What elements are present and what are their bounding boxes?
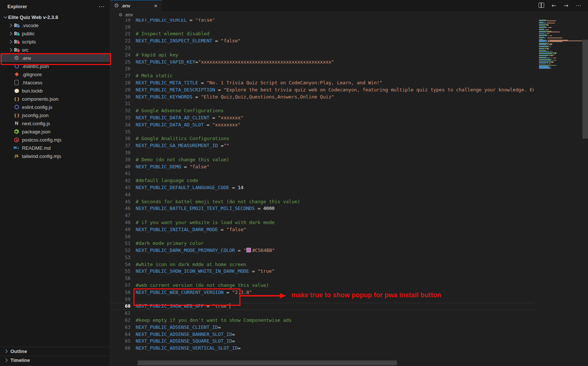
tree-item--gitignore[interactable]: .gitignore (0, 70, 110, 78)
line-number-23[interactable]: 23 (110, 45, 130, 52)
tree-item-src[interactable]: src (0, 46, 110, 54)
tree-item-components-json[interactable]: components.json (0, 95, 110, 103)
code-line-38[interactable] (130, 149, 136, 156)
code-line-45[interactable]: # Seconds for battel emoji text (do not … (130, 198, 300, 205)
line-number-29[interactable]: 29 (110, 87, 130, 94)
code-line-35[interactable] (130, 129, 136, 136)
line-number-45[interactable]: 45 (110, 198, 130, 205)
line-number-30[interactable]: 30 (110, 94, 130, 101)
code-line-41[interactable] (130, 170, 136, 177)
line-number-24[interactable]: 24 (110, 52, 130, 59)
breadcrumb[interactable]: ⚙ .env (110, 11, 588, 19)
line-number-57[interactable]: 57 (110, 282, 130, 289)
tab-close-icon[interactable]: ✕ (153, 3, 159, 9)
code-line-20[interactable] (130, 24, 136, 31)
code-line-30[interactable]: NEXT_PUBLIC_KEYWORDS = "Elite Quiz,Quiz,… (130, 94, 334, 101)
code-line-22[interactable]: NEXT_PUBLIC_INSPECT_ELEMENT = "false" (130, 38, 240, 45)
line-number-33[interactable]: 33 (110, 114, 130, 122)
line-number-64[interactable]: 64 (110, 331, 130, 338)
code-line-43[interactable]: NEXT_PUBLIC_DEFAULT_LANGUAGE_CODE = 14 (130, 184, 243, 191)
line-number-37[interactable]: 37 (110, 142, 130, 149)
line-number-43[interactable]: 43 (110, 184, 130, 191)
horizontal-scrollbar-thumb[interactable] (138, 360, 397, 365)
code-line-25[interactable]: NEXT_PUBLIC_VAPID_KEY="xxxxxxxxxxxxxxxxx… (130, 59, 334, 66)
more-actions-icon[interactable]: ⋯ (576, 3, 581, 9)
code-line-64[interactable]: NEXT_PUBLIC_ADSENSE_BANNER_SLOT_ID= (130, 331, 235, 338)
code-line-66[interactable]: NEXT_PUBLIC_ADSENSE_VERTICAL_SLOT_ID= (130, 345, 240, 352)
tree-item--vscode[interactable]: .vscode (0, 21, 110, 29)
line-number-31[interactable]: 31 (110, 100, 130, 107)
line-number-58[interactable]: 58 (110, 289, 130, 296)
tree-item-public[interactable]: public (0, 29, 110, 38)
line-number-42[interactable]: 42 (110, 177, 130, 184)
code-line-65[interactable]: NEXT_PUBLIC_ADSENSE_SQUARE_SLOT_ID= (130, 338, 235, 345)
code-line-21[interactable]: # Inspect element disabled (130, 30, 209, 38)
line-number-26[interactable]: 26 (110, 65, 130, 72)
code-line-24[interactable]: # Vapid api key (130, 52, 178, 59)
explorer-more-actions-icon[interactable]: ⋯ (98, 3, 105, 10)
line-number-52[interactable]: 52 (110, 247, 130, 254)
code-line-32[interactable]: # Google Adsense Configurations (130, 107, 223, 114)
line-number-38[interactable]: 38 (110, 149, 130, 156)
code-line-31[interactable] (130, 100, 136, 107)
navigate-forward-icon[interactable]: → (563, 3, 568, 9)
line-number-25[interactable]: 25 (110, 59, 130, 66)
code-line-63[interactable]: NEXT_PUBLIC_ADSENSE_CLIENT_ID= (130, 324, 221, 331)
code-line-62[interactable]: #keep empty if you don't want to show Co… (130, 317, 291, 324)
code-line-51[interactable]: #dark mode primary color (130, 240, 204, 247)
tree-item-postcss-config-mjs[interactable]: postcss.config.mjs (0, 136, 110, 144)
line-number-44[interactable]: 44 (110, 191, 130, 198)
line-number-62[interactable]: 62 (110, 317, 130, 324)
tree-item-readme-md[interactable]: README.md (0, 144, 110, 152)
tree-item-next-config-js[interactable]: next.config.js (0, 119, 110, 127)
line-number-21[interactable]: 21 (110, 30, 130, 38)
code-line-39[interactable]: # Demo (do not change this value) (130, 156, 229, 163)
tab-env[interactable]: .env ✕ (110, 0, 162, 11)
code-line-46[interactable]: NEXT_PUBLIC_BATTLE_EMOJI_TEXT_MILI_SECON… (130, 205, 275, 212)
code-line-55[interactable]: NEXT_PUBLIC_SHOW_ICON_WHITE_IN_DARK_MODE… (130, 268, 275, 275)
line-number-51[interactable]: 51 (110, 240, 130, 247)
code-line-44[interactable] (130, 191, 136, 198)
code-line-56[interactable] (130, 275, 136, 282)
tree-item-scripts[interactable]: scripts (0, 38, 110, 46)
line-number-55[interactable]: 55 (110, 268, 130, 275)
code-line-53[interactable] (130, 254, 136, 261)
line-number-32[interactable]: 32 (110, 107, 130, 114)
code-line-49[interactable]: NEXT_PUBLIC_INITIAL_DARK_MODE = "false" (130, 226, 246, 233)
code-line-36[interactable]: # Google Analitics Configurations (130, 135, 229, 142)
line-number-66[interactable]: 66 (110, 345, 130, 352)
line-number-35[interactable]: 35 (110, 129, 130, 136)
line-number-65[interactable]: 65 (110, 338, 130, 345)
outline-section-header[interactable]: Outline (0, 347, 110, 356)
code-line-47[interactable] (130, 212, 136, 219)
code-line-34[interactable]: NEXT_PUBLIC_DATA_AD_SLOT = "xxxxxxxx" (130, 122, 240, 129)
code-line-42[interactable]: #default language code (130, 177, 198, 184)
vertical-scrollbar-thumb[interactable] (582, 40, 588, 139)
line-number-59[interactable]: 59 (110, 296, 130, 303)
tree-root-folder[interactable]: Elite Quiz Web v-2.3.8 (0, 13, 110, 21)
code-line-26[interactable] (130, 65, 136, 72)
tree-item-bun-lockb[interactable]: bun.lockb (0, 87, 110, 95)
line-number-53[interactable]: 53 (110, 254, 130, 261)
line-number-28[interactable]: 28 (110, 80, 130, 87)
tree-item-tailwind-config-mjs[interactable]: tailwind.config.mjs (0, 152, 110, 160)
tree-item--htaccess[interactable]: .htaccess (0, 78, 110, 87)
code-line-54[interactable]: #white icon on dark mdde at home screen (130, 261, 246, 268)
line-number-47[interactable]: 47 (110, 212, 130, 219)
code-line-40[interactable]: NEXT_PUBLIC_DEMO = "false" (130, 163, 209, 171)
line-number-39[interactable]: 39 (110, 156, 130, 163)
line-number-54[interactable]: 54 (110, 261, 130, 268)
line-number-34[interactable]: 34 (110, 122, 130, 129)
line-number-49[interactable]: 49 (110, 226, 130, 233)
line-number-60[interactable]: 60 (110, 303, 130, 310)
code-line-28[interactable]: NEXT_PUBLIC_META_TITLE = "No. 1 Trivia Q… (130, 80, 382, 87)
line-number-56[interactable]: 56 (110, 275, 130, 282)
timeline-section-header[interactable]: Timeline (0, 356, 110, 365)
code-line-33[interactable]: NEXT_PUBLIC_DATA_AD_CLIENT = "xxxxxxx" (130, 114, 243, 122)
line-number-36[interactable]: 36 (110, 135, 130, 142)
code-line-61[interactable] (130, 310, 136, 317)
tree-item-package-json[interactable]: package.json (0, 127, 110, 136)
code-line-29[interactable]: NEXT_PUBLIC_META_DESCRIPTION = "Explore … (130, 87, 534, 94)
line-number-27[interactable]: 27 (110, 72, 130, 80)
tree-item-jsconfig-json[interactable]: jsconfig.json (0, 111, 110, 119)
